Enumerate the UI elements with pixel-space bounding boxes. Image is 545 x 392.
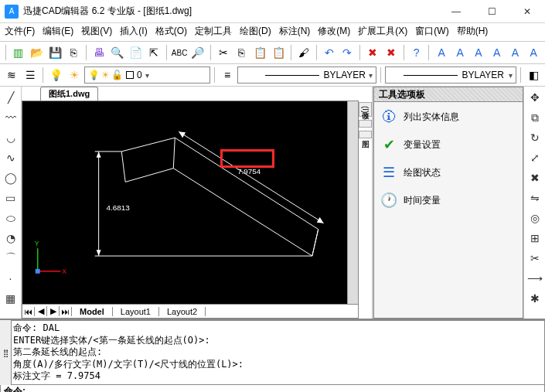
extend-tool-icon[interactable]: ⟶ <box>527 271 543 286</box>
menu-draw[interactable]: 绘图(D) <box>240 25 271 38</box>
palette-item-list-entity[interactable]: 🛈 列出实体信息 <box>379 107 518 127</box>
ellipse-arc-tool-icon[interactable]: ◔ <box>3 230 19 246</box>
hatch-tool-icon[interactable]: ▦ <box>3 291 19 306</box>
window-title: 迅捷CAD编辑器 6.2 专业版 - [图纸1.dwg] <box>23 5 192 18</box>
bycolor-swatch-icon[interactable]: ◧ <box>525 66 542 84</box>
menu-dimension[interactable]: 标注(N) <box>279 25 311 38</box>
explode-tool-icon[interactable]: ✱ <box>527 291 543 306</box>
layout-next-icon[interactable]: ▶ <box>47 306 60 316</box>
palette-item-var-settings[interactable]: ✔ 变量设置 <box>379 135 518 155</box>
save-as-icon[interactable]: ⎘ <box>65 44 82 61</box>
text-a2-icon[interactable]: A <box>451 44 468 61</box>
spell-check-icon[interactable]: ABC <box>171 44 188 61</box>
drawing-area-wrap: 图纸1.dwg 4.6813 7.9754 <box>22 87 359 319</box>
layout-tab-model[interactable]: Model <box>72 307 113 316</box>
menu-insert[interactable]: 插入(I) <box>120 25 147 38</box>
layout-first-icon[interactable]: ⏮ <box>22 307 35 316</box>
menu-file[interactable]: 文件(F) <box>5 25 35 38</box>
layout-tab-1[interactable]: Layout1 <box>113 307 159 316</box>
canvas-vscrollbar[interactable] <box>347 101 358 304</box>
text-a5-icon[interactable]: A <box>506 44 523 61</box>
save-icon[interactable]: 💾 <box>47 44 64 61</box>
layer-sun-icon[interactable]: ☀ <box>66 66 83 84</box>
delete-tool-icon[interactable]: ✖ <box>527 170 543 186</box>
text-a6-icon[interactable]: A <box>525 44 542 61</box>
linetype-manager-icon[interactable]: ≡ <box>219 66 236 84</box>
menu-custom-tools[interactable]: 定制工具 <box>195 25 232 38</box>
app-icon: A <box>5 5 19 19</box>
menu-modify[interactable]: 修改(M) <box>318 25 350 38</box>
print-icon[interactable]: 🖶 <box>90 44 107 61</box>
menu-format[interactable]: 格式(O) <box>155 25 187 38</box>
open-file-icon[interactable]: 📂 <box>29 44 46 61</box>
arc3p-tool-icon[interactable]: ⌒ <box>3 251 19 266</box>
close-button[interactable]: ✕ <box>509 0 545 23</box>
side-tab-inquiry[interactable]: 查询 <box>359 120 372 128</box>
line-tool-icon[interactable]: ╱ <box>3 90 19 105</box>
linetype-combo[interactable]: BYLAYER <box>237 66 376 84</box>
side-tab-modify[interactable]: 修改(I) <box>359 102 372 117</box>
delete-icon[interactable]: ✖ <box>383 44 400 61</box>
command-grip-icon[interactable]: ⣿ <box>0 320 11 385</box>
menu-view[interactable]: 视图(V) <box>81 25 112 38</box>
array-tool-icon[interactable]: ⊞ <box>527 230 543 246</box>
layer-bulb-icon[interactable]: 💡 <box>47 66 64 84</box>
trim-tool-icon[interactable]: ✂ <box>527 251 543 266</box>
palette-item-draw-status[interactable]: ☰ 绘图状态 <box>379 162 518 182</box>
command-history[interactable] <box>11 320 545 385</box>
layer-manager-icon[interactable]: ≋ <box>3 66 20 84</box>
export-icon[interactable]: ⇱ <box>145 44 162 61</box>
copy-icon[interactable]: ⎘ <box>233 44 250 61</box>
menu-bar: 文件(F) 编辑(E) 视图(V) 插入(I) 格式(O) 定制工具 绘图(D)… <box>0 23 545 42</box>
polyline-tool-icon[interactable]: 〰 <box>3 110 19 125</box>
paste-special-icon[interactable]: 📋 <box>270 44 287 61</box>
side-tab-layer[interactable]: 图层 <box>359 131 372 138</box>
print-preview-icon[interactable]: 🔍 <box>109 44 126 61</box>
mirror-tool-icon[interactable]: ⇋ <box>527 190 543 206</box>
text-a3-icon[interactable]: A <box>470 44 487 61</box>
cut-icon[interactable]: ✂ <box>215 44 232 61</box>
document-tab-strip: 图纸1.dwg <box>22 87 359 101</box>
erase-icon[interactable]: ✖ <box>364 44 381 61</box>
layer-combo[interactable]: 💡☀🔓 0 <box>84 66 210 84</box>
match-props-icon[interactable]: 🖌 <box>295 44 312 61</box>
offset-tool-icon[interactable]: ◎ <box>527 210 543 226</box>
text-a1-icon[interactable]: A <box>433 44 450 61</box>
lineweight-combo[interactable]: BYLAYER <box>385 66 516 84</box>
lineweight-label: BYLAYER <box>462 70 504 80</box>
rotate-tool-icon[interactable]: ↻ <box>527 130 543 145</box>
scale-tool-icon[interactable]: ⤢ <box>527 150 543 165</box>
help-icon[interactable]: ? <box>408 44 425 61</box>
find-icon[interactable]: 🔎 <box>189 44 206 61</box>
circle-tool-icon[interactable]: ◯ <box>3 170 19 186</box>
copy-tool-icon[interactable]: ⧉ <box>527 110 543 125</box>
layout-last-icon[interactable]: ⏭ <box>60 307 72 316</box>
menu-extended-tools[interactable]: 扩展工具(X) <box>358 25 407 38</box>
redo-icon[interactable]: ↷ <box>339 44 356 61</box>
paste-icon[interactable]: 📋 <box>251 44 268 61</box>
arc-tool-icon[interactable]: ◡ <box>3 130 19 145</box>
drawing-canvas[interactable]: 4.6813 7.9754 X Y <box>22 101 359 305</box>
publish-icon[interactable]: 📄 <box>128 44 145 61</box>
menu-window[interactable]: 窗口(W) <box>415 25 448 38</box>
minimize-button[interactable]: — <box>438 0 474 23</box>
layer-states-icon[interactable]: ☰ <box>22 66 39 84</box>
move-tool-icon[interactable]: ✥ <box>527 90 543 105</box>
layout-prev-icon[interactable]: ◀ <box>35 306 47 316</box>
layout-tab-2[interactable]: Layout2 <box>159 307 206 316</box>
menu-edit[interactable]: 编辑(E) <box>43 25 73 38</box>
point-tool-icon[interactable]: · <box>3 271 19 286</box>
palette-item-time-var[interactable]: 🕐 时间变量 <box>379 190 518 210</box>
menu-help[interactable]: 帮助(H) <box>457 25 489 38</box>
rectangle-tool-icon[interactable]: ▭ <box>3 190 19 206</box>
properties-toolbar: ≋ ☰ 💡 ☀ 💡☀🔓 0 ≡ BYLAYER BYLAYER ◧ <box>0 64 545 87</box>
draw-toolbar: ╱ 〰 ◡ ∿ ◯ ▭ ⬭ ◔ ⌒ · ▦ <box>0 87 22 319</box>
document-tab[interactable]: 图纸1.dwg <box>40 87 98 101</box>
command-line[interactable]: 命令: <box>0 385 545 392</box>
new-file-icon[interactable]: ▥ <box>10 44 27 61</box>
maximize-button[interactable]: ☐ <box>474 0 509 23</box>
undo-icon[interactable]: ↶ <box>321 44 338 61</box>
text-a4-icon[interactable]: A <box>489 44 506 61</box>
ellipse-tool-icon[interactable]: ⬭ <box>3 210 19 226</box>
spline-tool-icon[interactable]: ∿ <box>3 150 19 165</box>
